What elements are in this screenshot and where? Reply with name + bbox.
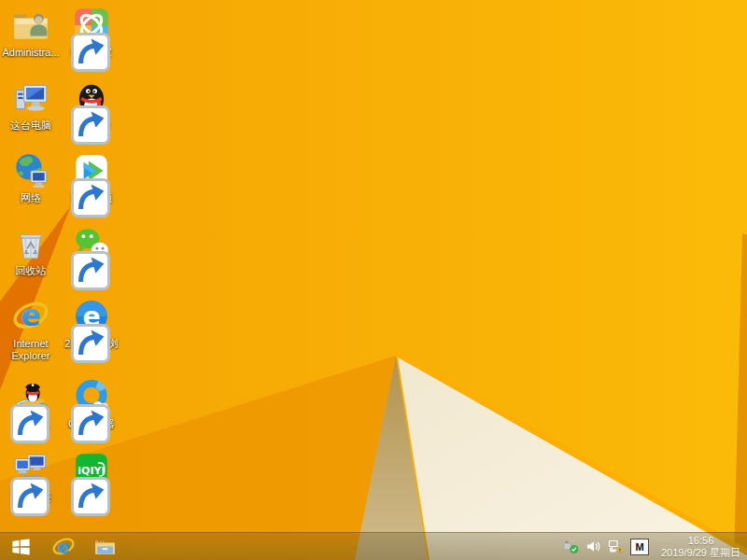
wechat-icon	[72, 224, 111, 263]
taskbar-clock[interactable]: 16:56 2019/9/29 星期日	[661, 535, 740, 559]
desktop-icon-label: 这台电脑	[10, 119, 51, 132]
internet-explorer-icon: e	[51, 535, 76, 559]
file-explorer-icon	[93, 535, 117, 558]
shortcut-arrow-icon	[10, 477, 23, 490]
start-button[interactable]	[0, 533, 42, 560]
tencent-qq-icon	[72, 78, 111, 118]
desktop-icon-iqiyi[interactable]: iQIYI 爱奇艺	[61, 450, 122, 503]
network-icon	[11, 151, 50, 190]
desktop-icon-network[interactable]: 网络	[0, 151, 62, 204]
iqiyi-icon: iQIYI	[72, 450, 111, 489]
shortcut-arrow-icon	[71, 477, 84, 490]
shortcut-arrow-icon	[71, 404, 84, 417]
shortcut-arrow-icon	[10, 404, 23, 417]
svg-text:e: e	[57, 536, 69, 557]
desktop-icon-tencent-video[interactable]: 腾讯视频	[61, 151, 122, 204]
clock-time: 16:56	[688, 535, 714, 547]
svg-text:iQIYI: iQIYI	[78, 465, 105, 477]
clock-date: 2019/9/29 星期日	[661, 547, 740, 559]
user-folder-icon	[11, 6, 50, 45]
internet-explorer-icon: e	[11, 297, 50, 336]
software-manager-icon	[72, 6, 111, 45]
desktop-icon-label: Internet Explorer	[0, 338, 62, 362]
recycle-bin-icon	[11, 224, 50, 263]
desktop-icon-qq-browser[interactable]: QQ浏览器	[61, 377, 122, 430]
desktop-icon-software-manager[interactable]: 软件管家	[61, 6, 122, 59]
desktop-icon-qq-games[interactable]: QQ游戏	[0, 377, 62, 430]
tencent-video-icon	[72, 151, 111, 190]
shortcut-arrow-icon	[71, 178, 84, 191]
this-pc-icon	[11, 78, 50, 118]
desktop-icon-internet-explorer[interactable]: e Internet Explorer	[0, 297, 62, 362]
qq-games-icon	[11, 377, 50, 416]
desktop-icon-recycle-bin[interactable]: 回收站	[0, 224, 62, 277]
windows-logo-icon	[10, 536, 32, 557]
desktop-icon-label: 网络	[21, 192, 41, 204]
desktop-icon-broadband[interactable]: 宽带连接	[0, 450, 62, 503]
taskbar-file-explorer-button[interactable]	[84, 533, 126, 560]
ime-indicator[interactable]: M	[630, 539, 649, 555]
windows-desktop: { "wallpaper": { "colors": { "amber_left…	[0, 0, 747, 560]
usb-safely-remove-icon[interactable]	[563, 539, 579, 554]
desktop-icon-this-pc[interactable]: 这台电脑	[0, 78, 62, 132]
desktop-icon-label: Administra...	[2, 47, 59, 59]
desktop-icon-wechat[interactable]: 微信	[61, 224, 122, 277]
shortcut-arrow-icon	[71, 105, 84, 119]
broadband-icon	[11, 450, 50, 489]
system-tray: M 16:56 2019/9/29 星期日	[563, 533, 747, 560]
desktop-icon-label: 回收站	[16, 265, 47, 277]
desktop-icon-user-folder[interactable]: Administra...	[0, 6, 62, 59]
desktop-icon-browser-2345[interactable]: e 2345加速浏览器	[61, 297, 122, 362]
qq-browser-icon	[72, 377, 111, 416]
volume-icon[interactable]	[585, 539, 601, 554]
taskbar: e	[0, 532, 747, 560]
shortcut-arrow-icon	[71, 33, 84, 46]
browser-2345-icon: e	[72, 297, 111, 336]
taskbar-internet-explorer-button[interactable]: e	[42, 533, 84, 560]
desktop-icon-tencent-qq[interactable]: 腾讯QQ	[61, 78, 122, 132]
network-warning-icon[interactable]	[608, 539, 624, 554]
shortcut-arrow-icon	[71, 324, 84, 337]
shortcut-arrow-icon	[71, 251, 84, 264]
